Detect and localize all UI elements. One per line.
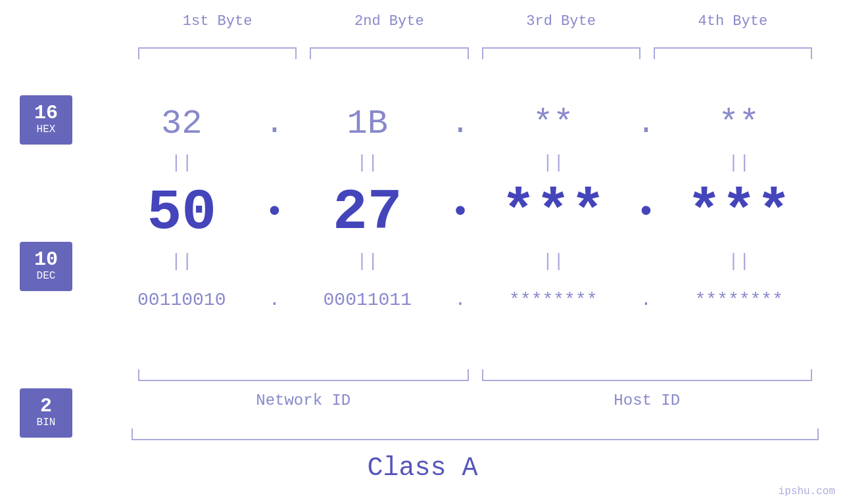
byte4-header: 4th Byte [647,13,819,30]
dec-dot3: • [633,194,660,231]
hex-byte1: 32 [102,104,262,143]
byte-headers: 1st Byte 2nd Byte 3rd Byte 4th Byte [132,13,819,30]
bracket-byte1 [138,47,297,59]
hex-byte3: ** [473,104,633,143]
bin-dot2: . [447,290,473,310]
bracket-network-id [138,369,469,381]
bin-dot1: . [262,290,288,310]
hex-badge: 16 HEX [20,95,72,145]
bracket-byte3 [482,47,640,59]
hex-dot1: . [262,106,288,141]
host-id-label: Host ID [475,392,819,409]
eq-row1: || || || || [102,150,819,175]
dec-byte1: 50 [102,180,262,245]
eq2-byte4: || [660,251,819,271]
hex-dot3: . [633,106,660,141]
bin-byte2: 00011011 [288,290,448,310]
dec-byte3: *** [473,180,633,245]
eq2-byte2: || [288,251,448,271]
bin-dot3: . [633,290,660,310]
eq1-byte2: || [288,152,448,173]
bracket-byte2 [310,47,468,59]
bin-row: 00110010 . 00011011 . ******** . *******… [102,273,819,326]
class-label: Class A [0,453,845,483]
bin-byte4: ******** [660,290,819,310]
dec-byte2: 27 [288,180,448,245]
main-container: 1st Byte 2nd Byte 3rd Byte 4th Byte 16 H… [0,0,845,504]
dec-dot2: • [447,194,473,231]
hex-byte2: 1B [288,104,448,143]
byte3-header: 3rd Byte [475,13,647,30]
bin-byte1: 00110010 [102,290,262,310]
bottom-brackets [132,369,819,381]
eq1-byte4: || [660,152,819,173]
top-brackets [132,47,819,59]
bracket-host-id [482,369,813,381]
eq1-byte3: || [473,152,633,173]
hex-dot2: . [447,106,473,141]
id-labels: Network ID Host ID [132,392,819,409]
eq2-byte3: || [473,251,633,271]
base-labels: 16 HEX 10 DEC 2 BIN [20,95,72,438]
bin-byte3: ******** [473,290,633,310]
network-id-label: Network ID [132,392,475,409]
byte2-header: 2nd Byte [303,13,475,30]
hex-byte4: ** [660,104,819,143]
dec-row: 50 • 27 • *** • *** [102,176,819,248]
watermark: ipshu.com [779,486,835,497]
eq-row2: || || || || [102,248,819,273]
dec-byte4: *** [660,180,819,245]
dec-dot1: • [262,194,288,231]
dec-badge: 10 DEC [20,242,72,291]
class-bracket [132,428,819,440]
hex-row: 32 . 1B . ** . ** [102,97,819,150]
eq2-byte1: || [102,251,262,271]
byte1-header: 1st Byte [132,13,303,30]
bracket-byte4 [654,47,812,59]
eq1-byte1: || [102,152,262,173]
bin-badge: 2 BIN [20,388,72,438]
